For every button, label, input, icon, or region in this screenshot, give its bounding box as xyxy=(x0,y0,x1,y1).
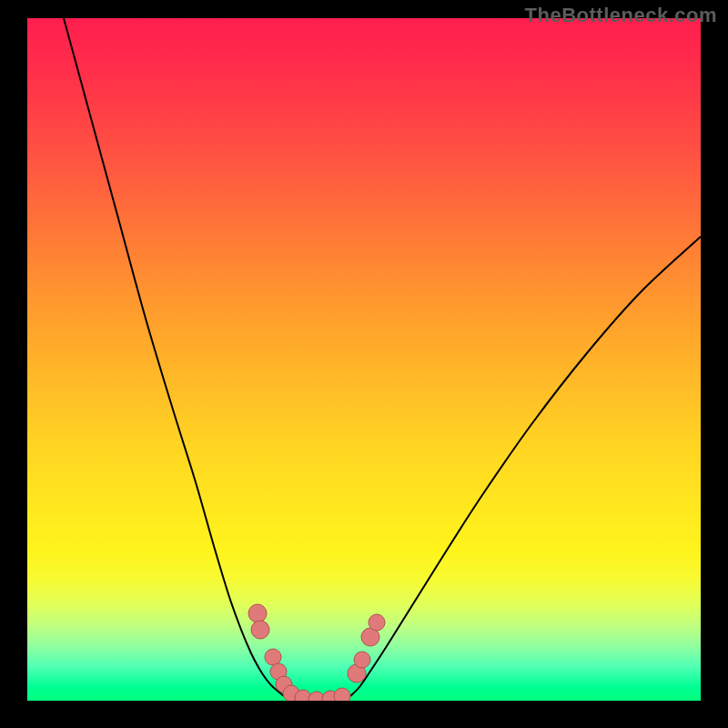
plot-area xyxy=(27,18,701,701)
data-marker xyxy=(265,649,281,665)
data-marker xyxy=(248,604,267,622)
chart-svg xyxy=(27,18,701,701)
data-marker xyxy=(354,652,370,668)
data-marker xyxy=(251,621,269,639)
data-marker xyxy=(334,688,350,701)
marker-group xyxy=(248,604,385,701)
chart-frame: TheBottleneck.com xyxy=(0,0,728,728)
curve-left xyxy=(64,18,284,696)
data-marker xyxy=(369,614,385,631)
curve-right xyxy=(350,237,701,696)
watermark-text: TheBottleneck.com xyxy=(525,4,717,27)
